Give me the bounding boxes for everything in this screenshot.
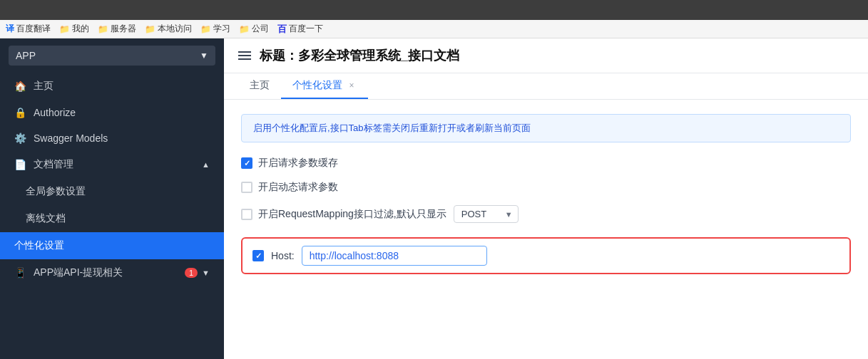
checkbox-host[interactable] [252,250,264,261]
sidebar-menu: 🏠 主页 🔒 Authorize ⚙️ Swagger Models 📄 文档管… [0,73,224,359]
bookmark-baidu[interactable]: 百 百度一下 [277,23,323,36]
checkbox-host-icon[interactable] [252,250,264,261]
checkbox-dynamic-params[interactable]: 开启动态请求参数 [241,181,338,194]
sidebar: APP ▼ 🏠 主页 🔒 Authorize ⚙️ Swagger Models [0,38,224,359]
bookmark-bar: 译 百度翻译 📁 我的 📁 服务器 📁 本地访问 📁 学习 📁 公司 百 百度一… [0,20,868,38]
bookmark-mine[interactable]: 📁 我的 [59,23,89,35]
browser-toolbar [0,0,868,20]
home-icon: 🏠 [14,80,26,92]
baidu-icon: 百 [277,23,287,36]
sidebar-item-authorize[interactable]: 🔒 Authorize [0,100,224,125]
checkbox-cache-params[interactable]: 开启请求参数缓存 [241,157,338,170]
bookmark-company[interactable]: 📁 公司 [239,23,269,35]
app-api-left: 📱 APP端API-提现相关 [14,266,123,279]
filter-method-select[interactable]: POST GET PUT DELETE PATCH [454,205,519,223]
tab-home[interactable]: 主页 [238,73,281,99]
checkbox-dynamic-icon[interactable] [241,182,252,193]
bookmark-translate[interactable]: 译 百度翻译 [6,23,51,35]
host-input[interactable] [302,246,487,266]
chevron-down-icon: ▼ [200,51,208,61]
sidebar-item-personalization[interactable]: 个性化设置 [0,232,224,259]
doc-management-left: 📄 文档管理 [14,158,73,171]
filter-select-wrapper: POST GET PUT DELETE PATCH ▼ [454,205,519,223]
bookmark-local[interactable]: 📁 本地访问 [145,23,192,35]
api-icon: 📱 [14,267,26,279]
page-title: 标题：多彩全球管理系统_接口文档 [260,47,459,64]
chevron-down-icon-api: ▼ [202,269,210,277]
settings-row-filter: 开启RequestMapping接口过滤,默认只显示 POST GET PUT … [241,205,851,223]
bookmark-server[interactable]: 📁 服务器 [98,23,136,35]
doc-icon: 📄 [14,159,26,170]
tabs-bar: 主页 个性化设置 × [224,73,868,100]
sidebar-item-app-api[interactable]: 📱 APP端API-提现相关 1 ▼ [0,259,224,286]
host-label: Host: [271,250,295,261]
sidebar-item-swagger-models[interactable]: ⚙️ Swagger Models [0,125,224,151]
filter-mapping-label: 开启RequestMapping接口过滤,默认只显示 [258,208,446,221]
chevron-up-icon: ▲ [202,160,210,169]
folder-icon-mine: 📁 [59,24,70,34]
info-banner: 启用个性化配置后,接口Tab标签需关闭后重新打开或者刷新当前页面 [241,114,851,142]
checkbox-cache-icon[interactable] [241,157,252,169]
settings-row-cache: 开启请求参数缓存 [241,157,851,170]
folder-icon-learn: 📁 [200,24,211,34]
sidebar-item-doc-management[interactable]: 📄 文档管理 ▲ [0,151,224,178]
content-area: 标题：多彩全球管理系统_接口文档 主页 个性化设置 × 启用个性化配置后,接口T… [224,38,868,359]
sidebar-item-offline-doc[interactable]: 离线文档 [0,205,224,232]
folder-icon-local: 📁 [145,24,155,34]
settings-row-dynamic: 开启动态请求参数 [241,181,851,194]
menu-icon[interactable] [238,51,251,60]
tab-close-personalization[interactable]: × [347,80,357,90]
app-selector[interactable]: APP ▼ [9,46,215,66]
tab-personalization[interactable]: 个性化设置 × [281,73,368,99]
content-body: 启用个性化配置后,接口Tab标签需关闭后重新打开或者刷新当前页面 开启请求参数缓… [224,100,868,359]
app-selector-label: APP [16,50,36,61]
content-header: 标题：多彩全球管理系统_接口文档 [224,38,868,73]
folder-icon-company: 📁 [239,24,250,34]
bookmark-learn[interactable]: 📁 学习 [200,23,230,35]
translate-icon: 译 [6,23,14,35]
app-container: APP ▼ 🏠 主页 🔒 Authorize ⚙️ Swagger Models [0,38,868,359]
sidebar-item-global-params[interactable]: 全局参数设置 [0,178,224,205]
host-row: Host: [241,237,851,274]
checkbox-filter-icon[interactable] [241,209,252,220]
app-api-badge: 1 [185,268,198,278]
sidebar-item-home[interactable]: 🏠 主页 [0,73,224,100]
checkbox-filter-mapping[interactable]: 开启RequestMapping接口过滤,默认只显示 [241,208,446,221]
app-api-right: 1 ▼ [185,268,210,278]
folder-icon-server: 📁 [98,24,108,34]
lock-icon: 🔒 [14,107,26,118]
cache-params-label: 开启请求参数缓存 [258,157,338,170]
settings-section: 开启请求参数缓存 开启动态请求参数 开启RequestMapping接口过滤,默… [241,157,851,274]
dynamic-params-label: 开启动态请求参数 [258,181,338,194]
gear-icon: ⚙️ [14,132,26,144]
